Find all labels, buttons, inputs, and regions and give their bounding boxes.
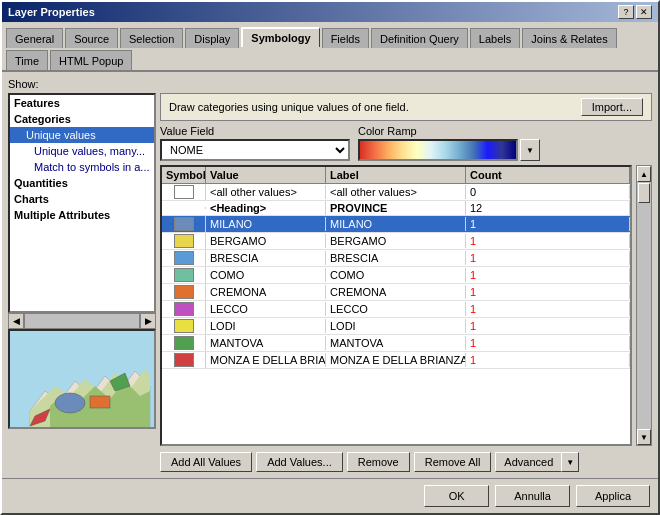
tab-symbology[interactable]: Symbology bbox=[241, 27, 319, 47]
left-panel-unique-values[interactable]: Unique values bbox=[10, 127, 154, 143]
left-panel: Features Categories Unique values Unique… bbox=[8, 93, 156, 313]
table-row[interactable]: MANTOVAMANTOVA1 bbox=[162, 335, 630, 352]
td-value: LODI bbox=[206, 319, 326, 333]
remove-button[interactable]: Remove bbox=[347, 452, 410, 472]
left-column: Features Categories Unique values Unique… bbox=[8, 93, 156, 472]
tab-labels[interactable]: Labels bbox=[470, 28, 520, 48]
td-value: CREMONA bbox=[206, 285, 326, 299]
value-field-group: Value Field NOME bbox=[160, 125, 350, 161]
table-row[interactable]: MONZA E DELLA BRIANZAMONZA E DELLA BRIAN… bbox=[162, 352, 630, 369]
table-body: <all other values><all other values>0<He… bbox=[162, 184, 630, 444]
td-label: MILANO bbox=[326, 217, 466, 231]
svg-rect-5 bbox=[90, 396, 110, 408]
left-panel-features[interactable]: Features bbox=[10, 95, 154, 111]
td-label: LECCO bbox=[326, 302, 466, 316]
td-value: BERGAMO bbox=[206, 234, 326, 248]
td-label: MONZA E DELLA BRIANZA bbox=[326, 353, 466, 367]
td-value: MANTOVA bbox=[206, 336, 326, 350]
left-panel-multiple-attributes[interactable]: Multiple Attributes bbox=[10, 207, 154, 223]
td-label: <all other values> bbox=[326, 185, 466, 199]
td-label: LODI bbox=[326, 319, 466, 333]
remove-all-button[interactable]: Remove All bbox=[414, 452, 492, 472]
titlebar: Layer Properties ? ✕ bbox=[2, 2, 658, 22]
tab-general[interactable]: General bbox=[6, 28, 63, 48]
advanced-main-button[interactable]: Advanced bbox=[495, 452, 562, 472]
table-row[interactable]: <Heading>PROVINCE12 bbox=[162, 201, 630, 216]
td-count: 1 bbox=[466, 319, 630, 333]
right-panel: Draw categories using unique values of o… bbox=[160, 93, 652, 472]
table-row[interactable]: COMOCOMO1 bbox=[162, 267, 630, 284]
tab-source[interactable]: Source bbox=[65, 28, 118, 48]
main-row: Features Categories Unique values Unique… bbox=[8, 93, 652, 472]
table-row[interactable]: LODILODI1 bbox=[162, 318, 630, 335]
draw-description: Draw categories using unique values of o… bbox=[160, 93, 652, 121]
scroll-track-h bbox=[24, 313, 140, 329]
td-label: MANTOVA bbox=[326, 336, 466, 350]
td-count: 12 bbox=[466, 201, 630, 215]
table-row[interactable]: BRESCIABRESCIA1 bbox=[162, 250, 630, 267]
cancel-button[interactable]: Annulla bbox=[495, 485, 570, 507]
value-field-select[interactable]: NOME bbox=[160, 139, 350, 161]
td-count: 1 bbox=[466, 234, 630, 248]
color-ramp-dropdown[interactable]: ▼ bbox=[520, 139, 540, 161]
left-panel-quantities[interactable]: Quantities bbox=[10, 175, 154, 191]
value-field-label: Value Field bbox=[160, 125, 350, 137]
left-panel-match-symbols[interactable]: Match to symbols in a... bbox=[10, 159, 154, 175]
scroll-left-btn[interactable]: ◀ bbox=[8, 313, 24, 329]
left-panel-unique-values-many[interactable]: Unique values, many... bbox=[10, 143, 154, 159]
td-symbol bbox=[162, 318, 206, 334]
tabs-bar: General Source Selection Display Symbolo… bbox=[2, 22, 658, 72]
td-value: BRESCIA bbox=[206, 251, 326, 265]
td-count: 1 bbox=[466, 268, 630, 282]
td-value: MILANO bbox=[206, 217, 326, 231]
scroll-up-btn[interactable]: ▲ bbox=[637, 166, 651, 182]
import-button[interactable]: Import... bbox=[581, 98, 643, 116]
bottom-buttons-row: Add All Values Add Values... Remove Remo… bbox=[160, 452, 652, 472]
help-button[interactable]: ? bbox=[618, 5, 634, 19]
left-panel-categories[interactable]: Categories bbox=[10, 111, 154, 127]
td-symbol bbox=[162, 284, 206, 300]
apply-button[interactable]: Applica bbox=[576, 485, 650, 507]
titlebar-buttons: ? ✕ bbox=[618, 5, 652, 19]
td-label: COMO bbox=[326, 268, 466, 282]
close-button[interactable]: ✕ bbox=[636, 5, 652, 19]
advanced-arrow-button[interactable]: ▼ bbox=[561, 452, 579, 472]
symbol-table: Symbol Value Label Count <all other valu… bbox=[160, 165, 632, 446]
td-label: CREMONA bbox=[326, 285, 466, 299]
table-row[interactable]: MILANOMILANO1 bbox=[162, 216, 630, 233]
ok-button[interactable]: OK bbox=[424, 485, 489, 507]
color-ramp-display[interactable] bbox=[358, 139, 518, 161]
scroll-thumb[interactable] bbox=[638, 183, 650, 203]
td-count: 1 bbox=[466, 251, 630, 265]
td-symbol bbox=[162, 301, 206, 317]
td-value: <Heading> bbox=[206, 201, 326, 215]
footer: OK Annulla Applica bbox=[2, 478, 658, 513]
tab-joins-relates[interactable]: Joins & Relates bbox=[522, 28, 616, 48]
tab-display[interactable]: Display bbox=[185, 28, 239, 48]
add-all-values-button[interactable]: Add All Values bbox=[160, 452, 252, 472]
scroll-right-btn[interactable]: ▶ bbox=[140, 313, 156, 329]
tab-time[interactable]: Time bbox=[6, 50, 48, 70]
td-label: PROVINCE bbox=[326, 201, 466, 215]
td-symbol bbox=[162, 233, 206, 249]
layer-properties-window: Layer Properties ? ✕ General Source Sele… bbox=[0, 0, 660, 515]
left-panel-charts[interactable]: Charts bbox=[10, 191, 154, 207]
window-title: Layer Properties bbox=[8, 6, 95, 18]
table-row[interactable]: BERGAMOBERGAMO1 bbox=[162, 233, 630, 250]
table-row[interactable]: LECCOLECCO1 bbox=[162, 301, 630, 318]
tab-selection[interactable]: Selection bbox=[120, 28, 183, 48]
td-label: BRESCIA bbox=[326, 251, 466, 265]
scroll-down-btn[interactable]: ▼ bbox=[637, 429, 651, 445]
color-ramp-container: ▼ bbox=[358, 139, 540, 161]
tab-html-popup[interactable]: HTML Popup bbox=[50, 50, 132, 70]
td-count: 0 bbox=[466, 185, 630, 199]
th-label: Label bbox=[326, 167, 466, 183]
tab-definition-query[interactable]: Definition Query bbox=[371, 28, 468, 48]
add-values-button[interactable]: Add Values... bbox=[256, 452, 343, 472]
td-symbol bbox=[162, 207, 206, 209]
table-row[interactable]: CREMONACREMONA1 bbox=[162, 284, 630, 301]
td-count: 1 bbox=[466, 302, 630, 316]
table-row[interactable]: <all other values><all other values>0 bbox=[162, 184, 630, 201]
th-value: Value bbox=[206, 167, 326, 183]
tab-fields[interactable]: Fields bbox=[322, 28, 369, 48]
